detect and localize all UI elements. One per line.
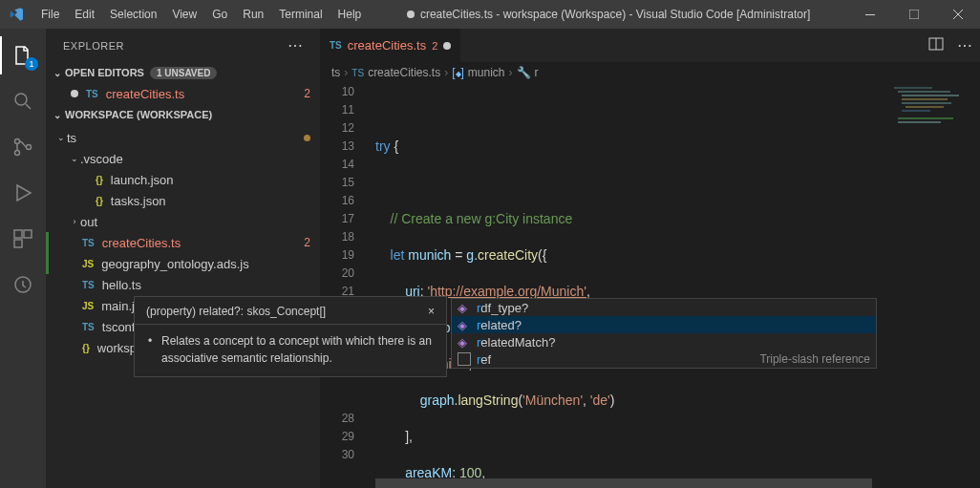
dirty-dot-icon (71, 90, 78, 97)
file-tasks-json[interactable]: {} tasks.json (46, 190, 320, 211)
svg-point-4 (15, 151, 20, 156)
sidebar-header: EXPLORER ⋯ (46, 29, 320, 62)
reference-icon (458, 352, 471, 366)
menu-terminal[interactable]: Terminal (271, 0, 330, 29)
activity-run-debug[interactable] (0, 174, 46, 212)
property-icon: ◈ (458, 335, 471, 349)
workspace-header[interactable]: ⌄ WORKSPACE (WORKSPACE) (46, 104, 320, 125)
dirty-dot-icon (443, 42, 451, 50)
explorer-sidebar: EXPLORER ⋯ ⌄ OPEN EDITORS 1 UNSAVED TS c… (46, 29, 320, 488)
more-actions-icon[interactable]: ⋯ (957, 36, 972, 54)
git-added-bar (46, 253, 49, 274)
menu-file[interactable]: File (33, 0, 67, 29)
activity-explorer[interactable]: 1 (0, 36, 46, 74)
svg-rect-7 (24, 230, 32, 238)
close-icon[interactable]: × (422, 305, 440, 318)
svg-rect-1 (909, 10, 919, 19)
activity-source-control[interactable] (0, 128, 46, 166)
folder-out[interactable]: › out (46, 211, 320, 232)
svg-rect-6 (14, 230, 22, 238)
title-bar: File Edit Selection View Go Run Terminal… (0, 0, 980, 29)
folder-ts[interactable]: ⌄ ts (46, 127, 320, 148)
typescript-icon: TS (330, 40, 342, 51)
folder-vscode[interactable]: ⌄ .vscode (46, 148, 320, 169)
unsaved-badge: 1 UNSAVED (150, 67, 218, 79)
git-added-bar (46, 232, 49, 253)
property-icon: ◈ (458, 318, 471, 331)
explorer-badge: 1 (25, 57, 38, 71)
line-gutter: 101112131415161718192021282930 (320, 83, 372, 464)
javascript-icon: JS (80, 258, 96, 270)
json-icon: {} (94, 195, 105, 207)
activity-search[interactable] (0, 82, 46, 120)
file-createcities[interactable]: TS createCities.ts 2 (46, 232, 320, 253)
suggest-item[interactable]: ◈ rdf_type? (452, 299, 876, 316)
git-modified-icon (304, 135, 310, 141)
svg-point-5 (27, 145, 32, 150)
chevron-down-icon: ⌄ (50, 110, 65, 120)
property-icon: ◈ (458, 301, 471, 314)
tsconfig-icon: TS (80, 321, 96, 333)
chevron-down-icon: ⌄ (50, 68, 65, 78)
suggest-widget[interactable]: ◈ rdf_type? ◈ related? ◈ relatedMatch? r… (451, 298, 877, 369)
open-editor-item[interactable]: TS createCities.ts 2 (46, 83, 320, 104)
close-button[interactable] (936, 0, 980, 29)
window-controls (848, 0, 980, 29)
svg-point-2 (15, 94, 27, 105)
chevron-down-icon: ⌄ (69, 154, 80, 163)
menu-run[interactable]: Run (235, 0, 271, 29)
typescript-icon: TS (80, 279, 96, 291)
vscode-logo-icon (0, 7, 33, 22)
json-icon: {} (80, 342, 92, 354)
split-editor-icon[interactable] (928, 36, 944, 54)
chevron-down-icon: ⌄ (55, 133, 67, 142)
minimize-button[interactable] (848, 0, 892, 29)
suggest-hint: Triple-slash reference (759, 352, 870, 366)
dirty-indicator-icon (407, 11, 415, 18)
editor-actions: ⋯ (921, 29, 980, 62)
horizontal-scrollbar[interactable] (320, 478, 980, 488)
suggest-item[interactable]: ref Triple-slash reference (452, 350, 876, 368)
menu-help[interactable]: Help (330, 0, 370, 29)
chevron-right-icon: › (69, 217, 80, 226)
json-icon: {} (94, 174, 105, 186)
hover-signature: (property) related?: skos_Concept[] (146, 305, 326, 318)
menu-view[interactable]: View (164, 0, 204, 29)
suggest-item[interactable]: ◈ relatedMatch? (452, 333, 876, 350)
activity-extensions[interactable] (0, 220, 46, 258)
typescript-icon: TS (352, 68, 364, 78)
file-geography[interactable]: JS geography_ontology.ads.js (46, 253, 320, 274)
javascript-icon: JS (80, 300, 96, 312)
menu-selection[interactable]: Selection (102, 0, 164, 29)
code-editor[interactable]: 101112131415161718192021282930 try { // … (320, 83, 980, 488)
svg-rect-0 (865, 14, 875, 15)
menu-edit[interactable]: Edit (67, 0, 102, 29)
file-launch-json[interactable]: {} launch.json (46, 169, 320, 190)
suggest-item-selected[interactable]: ◈ related? (452, 316, 876, 333)
breadcrumb[interactable]: ts› TS createCities.ts› [◆] munich› 🔧 r (320, 62, 980, 83)
minimap[interactable] (890, 83, 967, 488)
typescript-icon: TS (80, 237, 96, 249)
error-count: 2 (304, 236, 310, 249)
variable-icon: [◆] (452, 66, 464, 79)
activity-remote[interactable] (0, 265, 46, 304)
sidebar-more-icon[interactable]: ⋯ (288, 36, 304, 54)
menu-bar: File Edit Selection View Go Run Terminal… (33, 0, 369, 29)
activity-bar: 1 (0, 29, 46, 488)
typescript-icon: TS (84, 88, 100, 100)
svg-point-3 (15, 139, 20, 144)
maximize-button[interactable] (892, 0, 936, 29)
scrollbar-thumb[interactable] (375, 478, 872, 488)
menu-go[interactable]: Go (204, 0, 235, 29)
svg-rect-8 (14, 240, 22, 247)
open-editors-header[interactable]: ⌄ OPEN EDITORS 1 UNSAVED (46, 62, 320, 83)
file-hello[interactable]: TS hello.ts (46, 274, 320, 295)
editor-tabs: TS createCities.ts 2 ⋯ (320, 29, 980, 62)
editor-area: TS createCities.ts 2 ⋯ ts› TS createCiti… (320, 29, 980, 488)
window-title: createCities.ts - workspace (Workspace) … (369, 8, 848, 21)
hover-description: Relates a concept to a concept with whic… (146, 332, 440, 367)
property-icon: 🔧 (517, 66, 531, 79)
tab-createcities[interactable]: TS createCities.ts 2 (320, 29, 461, 62)
error-count: 2 (304, 87, 310, 100)
hover-tooltip: (property) related?: skos_Concept[] × Re… (134, 296, 447, 377)
